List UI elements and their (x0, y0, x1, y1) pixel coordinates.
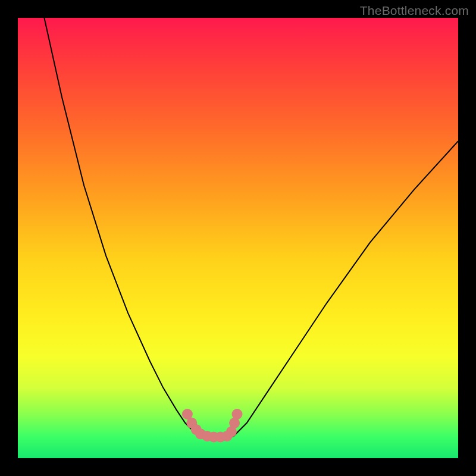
chart-frame: TheBottleneck.com (0, 0, 476, 476)
plot-area (18, 18, 458, 458)
trough-markers (182, 409, 243, 443)
curve-path (44, 18, 458, 439)
watermark-text: TheBottleneck.com (360, 4, 469, 18)
curve-layer (18, 18, 458, 458)
trough-marker (232, 409, 243, 419)
bottleneck-curve (44, 18, 458, 439)
